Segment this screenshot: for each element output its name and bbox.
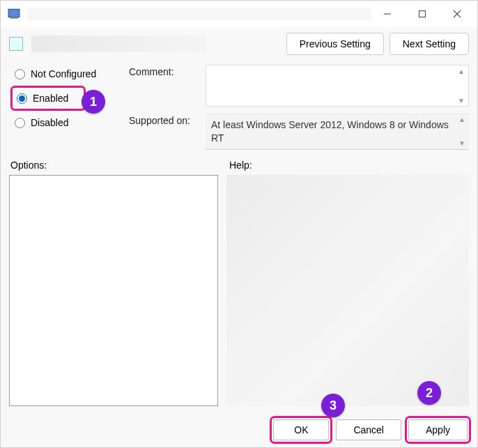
- radio-not-configured[interactable]: Not Configured: [12, 65, 114, 83]
- svg-rect-0: [8, 9, 20, 17]
- toolbar: Previous Setting Next Setting: [1, 27, 477, 65]
- close-button[interactable]: [441, 3, 473, 24]
- radio-enabled-label: Enabled: [33, 93, 68, 104]
- previous-setting-button[interactable]: Previous Setting: [286, 33, 384, 55]
- radio-not-configured-label: Not Configured: [31, 68, 96, 79]
- scroll-up-icon[interactable]: ▲: [458, 116, 466, 124]
- options-panel[interactable]: [9, 175, 218, 406]
- svg-rect-3: [419, 11, 426, 17]
- next-setting-button[interactable]: Next Setting: [390, 33, 469, 55]
- state-radio-group: Not Configured Enabled Disabled: [9, 65, 114, 150]
- cancel-button[interactable]: Cancel: [336, 419, 401, 440]
- supported-on-label: Supported on:: [129, 114, 206, 150]
- radio-disabled[interactable]: Disabled: [12, 114, 114, 132]
- policy-name: [31, 36, 206, 52]
- supported-on-value: At least Windows Server 2012, Windows 8 …: [211, 119, 449, 144]
- help-panel: [226, 175, 469, 406]
- comment-label: Comment:: [129, 65, 206, 107]
- titlebar: [1, 1, 477, 27]
- scroll-down-icon[interactable]: ▼: [457, 96, 465, 105]
- ok-button[interactable]: OK: [273, 419, 329, 440]
- help-label: Help:: [226, 158, 469, 175]
- options-label: Options:: [9, 158, 218, 175]
- scroll-up-icon[interactable]: ▲: [457, 67, 465, 75]
- radio-enabled-input[interactable]: [17, 93, 27, 104]
- supported-on-text: At least Windows Server 2012, Windows 8 …: [206, 114, 469, 150]
- radio-disabled-input[interactable]: [15, 118, 25, 128]
- minimize-button[interactable]: [371, 3, 403, 24]
- highlight-enabled: Enabled: [10, 86, 86, 111]
- apply-button[interactable]: Apply: [408, 419, 468, 440]
- radio-disabled-label: Disabled: [31, 117, 68, 128]
- policy-icon: [9, 37, 23, 51]
- app-icon: [8, 8, 20, 20]
- dialog-footer: OK Cancel Apply: [273, 419, 468, 440]
- maximize-button[interactable]: [406, 3, 438, 24]
- svg-rect-1: [10, 17, 17, 19]
- radio-enabled[interactable]: Enabled: [14, 89, 71, 107]
- comment-textarea[interactable]: ▲ ▼: [206, 65, 469, 107]
- scroll-down-icon[interactable]: ▼: [458, 139, 466, 148]
- window-title: [27, 8, 371, 20]
- radio-not-configured-input[interactable]: [15, 69, 25, 79]
